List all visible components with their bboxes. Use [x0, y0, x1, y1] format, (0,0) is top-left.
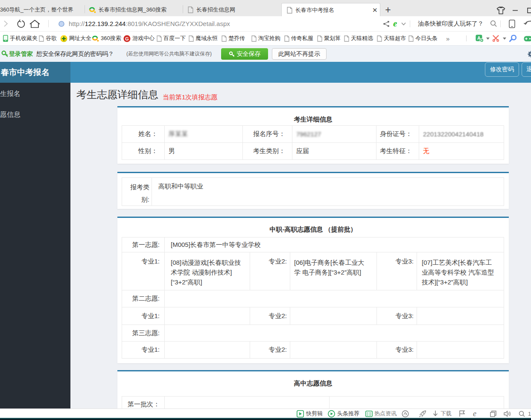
svg-text:G: G	[125, 36, 129, 41]
